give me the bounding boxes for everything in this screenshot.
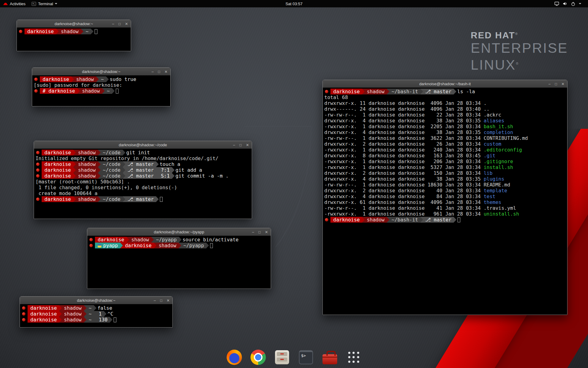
prompt-segment-host: shadow	[59, 305, 87, 311]
file-list-row: -rw-rw-r--. 1 darknoise darknoise 18630 …	[324, 182, 566, 188]
terminal-cursor	[458, 217, 460, 222]
file-name: ..	[484, 106, 489, 112]
prompt-icon	[36, 163, 40, 166]
file-list-row: drwxrwxr-x. 4 darknoise darknoise 38 Jan…	[324, 176, 566, 182]
dock-item-firefox[interactable]	[226, 349, 243, 366]
file-list-row: drwxrwxr-x. 4 darknoise darknoise 38 Jan…	[324, 129, 566, 135]
window-titlebar[interactable]: darknoise@shadow:~/pyapp – □ ✕	[87, 228, 271, 236]
chevron-down-icon	[55, 3, 57, 4]
prompt-segment-path: ~/code	[98, 150, 126, 155]
file-name: .gitignore	[484, 159, 513, 164]
terminal-cursor	[210, 243, 213, 248]
prompt-line: darknoiseshadow~/code⎇ masterS:1git comm…	[36, 173, 250, 179]
prompt-segment-path: ~/code	[98, 173, 126, 179]
prompt-segment-user: darknoise	[40, 76, 74, 82]
chrome-icon	[251, 350, 266, 365]
minimize-button[interactable]: –	[112, 22, 114, 26]
terminal-content[interactable]: darknoiseshadow~/pyappsource bin/activat…	[87, 236, 271, 289]
file-list-row: drwxrwxr-x. 4 darknoise darknoise 84 Jan…	[324, 194, 566, 199]
prompt-line: darknoiseshadow~	[18, 29, 129, 34]
prompt-segment-user: darknoise	[330, 89, 365, 94]
close-button[interactable]: ✕	[125, 22, 128, 26]
app-menu-label: Terminal	[38, 2, 53, 6]
prompt-line: darknoiseshadow~130	[21, 317, 171, 323]
volume-icon	[563, 2, 567, 6]
maximize-button[interactable]: □	[158, 70, 160, 74]
prompt-segment-user: darknoise	[42, 161, 76, 167]
prompt-segment-host: shadow	[73, 173, 101, 179]
terminal-cursor	[114, 317, 116, 322]
system-menu[interactable]	[551, 0, 584, 7]
prompt-segment-path: ~/code	[98, 167, 126, 173]
terminal-content[interactable]: darknoiseshadow~sudo true[sudo] password…	[32, 75, 170, 106]
file-name: template	[484, 188, 507, 194]
prompt-icon	[325, 218, 328, 221]
window-titlebar[interactable]: darknoise@shadow:~ – □ ✕	[17, 20, 131, 28]
minimize-button[interactable]: –	[154, 299, 156, 302]
maximize-button[interactable]: □	[555, 82, 557, 86]
prompt-segment-host: shadow	[71, 76, 99, 82]
prompt-segment-user: darknoise	[120, 243, 156, 248]
minimize-button[interactable]: –	[152, 70, 154, 74]
close-button[interactable]: ✕	[167, 299, 170, 302]
app-menu[interactable]: >_ Terminal	[28, 0, 60, 7]
file-name: completion	[484, 129, 513, 135]
terminal-content[interactable]: darknoiseshadow~/bash-it⎇ masterls -lato…	[323, 88, 567, 315]
prompt-icon	[19, 30, 22, 33]
maximize-button[interactable]: □	[160, 299, 162, 302]
clock[interactable]: Sat 03:57	[285, 2, 303, 6]
file-list-row: -rwxrwxr-x. 1 darknoise darknoise 961 Ja…	[324, 211, 566, 217]
redhat-icon	[3, 2, 8, 6]
terminal-content[interactable]: darknoiseshadow~/codegit initInitialized…	[34, 149, 252, 219]
window-titlebar[interactable]: darknoise@shadow:~ – □ ✕	[20, 297, 172, 304]
window-titlebar[interactable]: darknoise@shadow:~/bash-it – □ ✕	[323, 80, 567, 88]
prompt-segment-git: ⎇ master	[123, 173, 159, 179]
prompt-segment-user: darknoise	[28, 305, 62, 311]
window-titlebar[interactable]: darknoise@shadow:~ – □ ✕	[32, 68, 170, 75]
terminal-content[interactable]: darknoiseshadow~	[17, 28, 131, 51]
minimize-button[interactable]: –	[252, 230, 254, 234]
close-button[interactable]: ✕	[561, 82, 564, 86]
prompt-segment-path: ~/bash-it	[387, 217, 423, 223]
prompt-segment-host: shadow	[73, 161, 101, 167]
maximize-button[interactable]: □	[239, 143, 242, 147]
close-button[interactable]: ✕	[246, 143, 249, 147]
terminal-cursor	[160, 197, 163, 202]
minimize-button[interactable]: –	[233, 143, 235, 147]
prompt-icon	[34, 78, 38, 81]
prompt-segment-host: shadow	[73, 150, 101, 155]
file-list-row: -rwxrwxr-x. 1 darknoise darknoise 2205 J…	[324, 124, 566, 129]
window-titlebar[interactable]: darknoise@shadow:~/code – □ ✕	[34, 141, 252, 149]
dock-item-chrome[interactable]	[250, 349, 266, 366]
prompt-segment-host: shadow	[73, 196, 101, 202]
file-list-row: -rw-rw-r--. 1 darknoise darknoise 3622 J…	[324, 135, 566, 141]
dock-item-files[interactable]	[274, 349, 290, 366]
terminal-content[interactable]: darknoiseshadow~falsedarknoiseshadow~1^C…	[20, 304, 172, 327]
file-name: .editorconfig	[484, 147, 522, 153]
prompt-segment-user: darknoise	[28, 311, 62, 317]
prompt-segment-host: shadow	[77, 88, 105, 94]
window-title: darknoise@shadow:~	[20, 297, 172, 304]
file-name: .ackrc	[484, 112, 501, 118]
close-button[interactable]: ✕	[265, 230, 268, 234]
file-name: .git	[484, 153, 496, 159]
file-list-row: drwxrwxr-x. 2 darknoise darknoise 40 Jan…	[324, 188, 566, 194]
maximize-button[interactable]: □	[119, 22, 121, 26]
prompt-segment-host: shadow	[59, 317, 87, 323]
dock-item-app-grid[interactable]	[345, 349, 362, 366]
prompt-segment-host: shadow	[126, 237, 154, 243]
prompt-segment-host: shadow	[362, 217, 390, 223]
dock-item-terminal[interactable]: $>	[298, 349, 314, 366]
file-list-row: drwxrwxr-x. 4 darknoise darknoise 38 Jan…	[324, 118, 566, 124]
prompt-segment-user: darknoise	[42, 150, 76, 155]
minimize-button[interactable]: –	[548, 82, 551, 86]
file-name: install.sh	[484, 164, 513, 170]
file-list-row: drwxrwxr-x. 61 darknoise darknoise 4096 …	[324, 199, 566, 205]
command-text: false	[97, 305, 112, 311]
dock-item-toolbox[interactable]	[322, 349, 338, 366]
close-button[interactable]: ✕	[164, 70, 168, 74]
activities-button[interactable]: Activities	[0, 0, 28, 7]
prompt-segment-host: shadow	[154, 243, 181, 248]
prompt-icon	[36, 168, 40, 172]
maximize-button[interactable]: □	[258, 230, 261, 234]
